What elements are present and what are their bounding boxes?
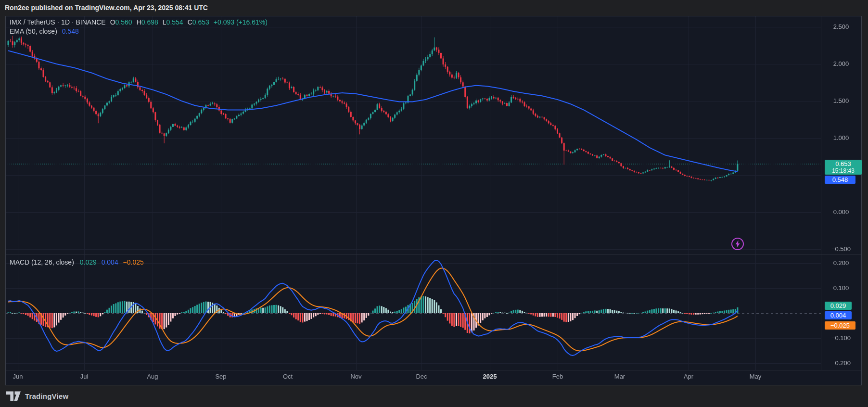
ohlc-low-label: L (163, 18, 166, 26)
macd-legend: MACD (12, 26, close) 0.029 0.004 −0.025 (10, 258, 144, 266)
macd-tick-label: −0.100 (821, 334, 861, 342)
ohlc-close-value: 0.653 (192, 18, 209, 26)
boost-button[interactable] (731, 237, 744, 251)
ema-legend-value: 0.548 (62, 27, 79, 35)
macd-tick-label: −0.200 (821, 359, 861, 367)
ema-legend-label: EMA (50, close) (10, 27, 57, 35)
ohlc-low-value: 0.554 (166, 18, 183, 26)
macd-line-value: 0.004 (102, 258, 118, 266)
macd-value-badge: 0.029 (825, 302, 852, 310)
macd-tick-label: 0.100 (821, 284, 861, 292)
chart-canvas[interactable] (6, 16, 861, 385)
chart-widget: IMX / TetherUS · 1D · BINANCEO0.560H0.69… (5, 16, 862, 385)
ohlc-open-value: 0.560 (115, 18, 132, 26)
price-tick-label: 1.000 (821, 134, 861, 141)
ohlc-open-label: O (110, 18, 115, 26)
publish-info-bar: Ron2ee published on TradingView.com, Apr… (0, 0, 868, 16)
tradingview-published-chart: { "topbar": { "text": "Ron2ee published … (0, 0, 868, 407)
macd-value-badge: 0.004 (825, 311, 852, 319)
publish-info-text: Ron2ee published on TradingView.com, Apr… (5, 0, 208, 15)
macd-signal-value: −0.025 (123, 258, 144, 266)
price-tick-label: −0.500 (821, 245, 861, 253)
price-tick-label: 2.500 (821, 23, 861, 30)
ema-price-badge: 0.548 (825, 176, 855, 184)
time-axis-label: Jun (1, 373, 35, 380)
time-axis-label: May (739, 373, 772, 380)
time-axis-label: Mar (603, 373, 637, 380)
macd-tick-label: 0.200 (821, 259, 861, 267)
symbol-legend: IMX / TetherUS · 1D · BINANCEO0.560H0.69… (10, 18, 268, 26)
ohlc-close-label: C (188, 18, 192, 26)
footer-bar: TradingView (0, 385, 868, 407)
price-tick-label: 0.000 (821, 208, 861, 216)
time-axis-label: Nov (339, 373, 373, 380)
tradingview-brand-text[interactable]: TradingView (25, 392, 68, 400)
symbol-title: IMX / TetherUS · 1D · BINANCE (10, 18, 106, 26)
tradingview-logo-icon[interactable] (6, 391, 21, 401)
time-axis-label: Oct (271, 373, 305, 380)
macd-legend-label: MACD (12, 26, close) (10, 258, 74, 266)
time-axis-label: Jul (67, 373, 101, 380)
time-axis-label: Dec (405, 373, 438, 380)
change-value: +0.093 (+16.61%) (214, 18, 268, 26)
time-axis-label: Feb (541, 373, 574, 380)
ohlc-high-label: H (137, 18, 141, 26)
macd-hist-value: 0.029 (80, 258, 97, 266)
last-price-badge: 0.653 15:18:43 (825, 160, 862, 175)
time-axis-label: Apr (672, 373, 705, 380)
last-price-value: 0.653 (835, 160, 851, 167)
macd-value-badge: −0.025 (825, 321, 855, 330)
price-tick-label: 1.500 (821, 97, 861, 104)
time-axis-label: 2025 (473, 373, 507, 380)
bar-countdown: 15:18:43 (832, 167, 855, 175)
ohlc-high-value: 0.698 (141, 18, 158, 26)
ema-legend: EMA (50, close) 0.548 (10, 27, 79, 35)
time-axis-label: Aug (136, 373, 169, 380)
time-axis-label: Sep (204, 373, 238, 380)
price-tick-label: 2.000 (821, 60, 861, 67)
lightning-icon (731, 237, 744, 251)
